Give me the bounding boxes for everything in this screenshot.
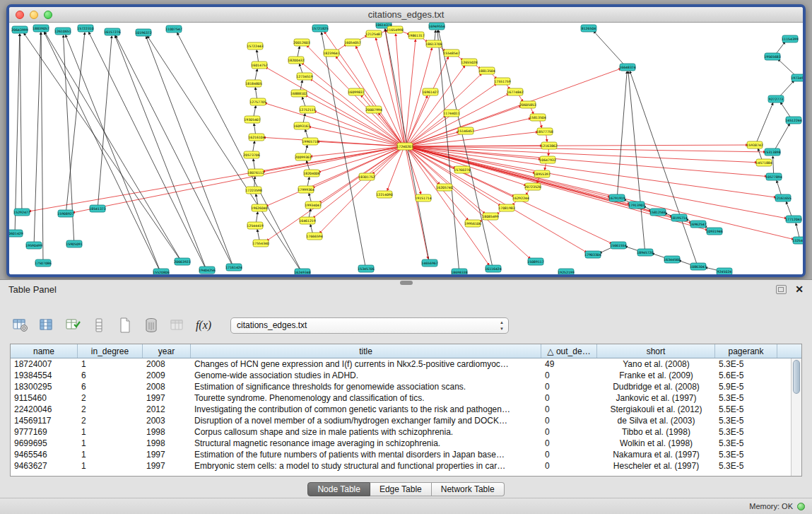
graph-node[interactable]: 18195714 <box>671 214 687 221</box>
tab-edge-table[interactable]: Edge Table <box>370 482 432 496</box>
graph-node[interactable]: 12163862 <box>541 142 557 149</box>
graph-node[interactable]: 18945720 <box>637 249 653 256</box>
table-row[interactable]: 969969511998Structural magnetic resonanc… <box>11 438 791 449</box>
graph-node[interactable]: 19252199 <box>558 269 574 275</box>
graph-node[interactable]: 15292477 <box>13 209 30 216</box>
graph-node[interactable]: 20723520 <box>524 183 541 190</box>
function-icon[interactable]: f(x) <box>194 317 213 334</box>
graph-node[interactable]: 11744011 <box>443 110 459 117</box>
vertical-scrollbar[interactable] <box>791 358 801 476</box>
graph-node[interactable]: 16292244 <box>512 194 529 201</box>
column-header-name[interactable]: name <box>11 344 78 358</box>
graph-node[interactable]: 18839057 <box>33 25 49 32</box>
graph-node[interactable]: 20573706 <box>243 151 259 158</box>
scrollbar-thumb[interactable] <box>793 360 800 394</box>
graph-node[interactable]: 19565683 <box>764 53 780 60</box>
graph-node[interactable]: 12734519 <box>296 73 312 80</box>
minimize-button[interactable] <box>30 11 38 19</box>
close-panel-icon[interactable]: ✕ <box>795 284 804 294</box>
graph-node[interactable]: 16216104 <box>248 134 264 141</box>
graph-node[interactable]: 19151714 <box>415 194 431 201</box>
graph-node[interactable]: 15760270 <box>454 166 470 173</box>
graph-node[interactable]: 16774842 <box>507 88 523 95</box>
graph-node[interactable]: 17666594 <box>306 233 322 240</box>
graph-node[interactable]: 16249348 <box>294 269 310 275</box>
graph-node[interactable]: 9272773 <box>768 95 784 103</box>
zoom-button[interactable] <box>44 11 52 19</box>
graph-node[interactable]: 10577894 <box>765 173 782 180</box>
graph-node[interactable]: 19861317 <box>408 32 424 39</box>
graph-node[interactable]: 15345706 <box>358 265 374 272</box>
graph-node[interactable]: 18200432 <box>288 57 304 64</box>
graph-node[interactable]: 15520806 <box>153 269 169 275</box>
import-table-icon[interactable] <box>168 317 187 334</box>
table-row[interactable]: 1938455462009Genome-wide association stu… <box>11 370 791 381</box>
graph-node[interactable]: 18239647 <box>323 49 339 57</box>
graph-node[interactable]: 11007547 <box>165 25 182 33</box>
graph-node[interactable]: 17223598 <box>245 187 261 194</box>
graph-node[interactable]: 15721825 <box>312 25 328 32</box>
table-selector-dropdown[interactable]: citations_edges.txt ▲▼ <box>230 317 509 334</box>
column-header-pagerank[interactable]: pagerank <box>715 344 777 358</box>
column-header-title[interactable]: title <box>191 344 541 358</box>
column-header-in_degree[interactable]: in_degree <box>78 344 143 358</box>
graph-node[interactable]: 16888102 <box>290 90 307 97</box>
tab-network-table[interactable]: Network Table <box>432 482 505 496</box>
graph-node[interactable]: 17161424 <box>225 264 242 271</box>
graph-node[interactable]: 16157276 <box>104 28 120 35</box>
graph-node[interactable]: 15722443 <box>247 42 263 49</box>
column-header-out_degree[interactable]: △ out_de… <box>541 344 597 358</box>
graph-node[interactable]: 17081983 <box>498 204 514 211</box>
graph-node[interactable]: 10863047 <box>690 263 706 270</box>
graph-node[interactable]: 12214090 <box>376 191 392 198</box>
table-row[interactable]: 1830029562008Estimation of significance … <box>11 381 791 392</box>
table-row[interactable]: 1872400712008Changes of HCN gene express… <box>11 358 791 370</box>
graph-node[interactable]: 11654998 <box>387 26 403 33</box>
graph-node[interactable]: 18301752 <box>358 173 375 180</box>
graph-node[interactable]: 17999364 <box>298 186 314 193</box>
graph-node[interactable]: 18577758 <box>536 128 553 135</box>
graph-node[interactable]: 16961427 <box>422 88 438 95</box>
graph-node[interactable]: 15089117 <box>527 258 543 265</box>
graph-node[interactable]: 9245024 <box>717 268 732 275</box>
graph-node[interactable]: 18184805 <box>245 80 261 87</box>
graph-node[interactable]: 12544419 <box>247 222 263 229</box>
delete-icon[interactable] <box>142 317 160 334</box>
graph-node[interactable]: 16648374 <box>619 64 635 71</box>
graph-node[interactable]: 16116424 <box>485 265 501 272</box>
graph-node[interactable]: 15812566 <box>649 209 666 216</box>
graph-node[interactable]: 11154399 <box>782 35 798 42</box>
table-settings-icon[interactable] <box>11 317 30 334</box>
new-file-icon[interactable] <box>116 317 134 334</box>
graph-node[interactable]: 12757705 <box>249 98 266 105</box>
network-canvas[interactable]: 1724020720643999188390571261065115722310… <box>9 23 803 275</box>
table-edit-icon[interactable] <box>64 317 82 334</box>
table-row[interactable]: 946554611997Estimation of the future num… <box>11 449 791 460</box>
graph-node[interactable]: 18076112 <box>247 169 264 176</box>
graph-node[interactable]: 15813504 <box>529 114 546 121</box>
table-row[interactable]: 2242004622012Investigating the contribut… <box>11 404 791 415</box>
column-header-year[interactable]: year <box>143 344 191 358</box>
graph-node[interactable]: 8126504 <box>581 25 596 32</box>
rows-icon[interactable] <box>90 317 108 334</box>
graph-node[interactable]: 18613708 <box>425 40 442 47</box>
graph-node[interactable]: 17712043 <box>785 216 801 223</box>
graph-node[interactable]: 14512244 <box>785 117 801 124</box>
graph-node[interactable]: 15661554 <box>610 242 626 249</box>
table-row[interactable]: 946362711997Embryonic stem cells: a mode… <box>11 460 791 472</box>
tab-node-table[interactable]: Node Table <box>307 482 370 496</box>
table-row[interactable]: 1456911722003Disruption of a novel membe… <box>11 415 791 426</box>
graph-node[interactable]: 18541373 <box>89 205 105 212</box>
table-row[interactable]: 911546021997Tourette syndrome. Phenomeno… <box>11 392 791 404</box>
graph-node[interactable]: 20663923 <box>174 258 190 265</box>
split-pane-handle[interactable] <box>400 281 413 285</box>
graph-node[interactable]: 19734903 <box>791 74 803 81</box>
graph-node[interactable]: 15905091 <box>66 240 82 247</box>
graph-node[interactable]: 14656967 <box>421 259 437 267</box>
column-chooser-icon[interactable] <box>37 317 56 334</box>
graph-node[interactable]: 15313898 <box>764 148 780 156</box>
graph-node[interactable]: 12752115 <box>299 106 315 113</box>
graph-node[interactable]: 12610651 <box>54 28 71 35</box>
graph-node[interactable]: 20601429 <box>9 230 23 237</box>
graph-node[interactable]: 18085499 <box>482 213 498 220</box>
